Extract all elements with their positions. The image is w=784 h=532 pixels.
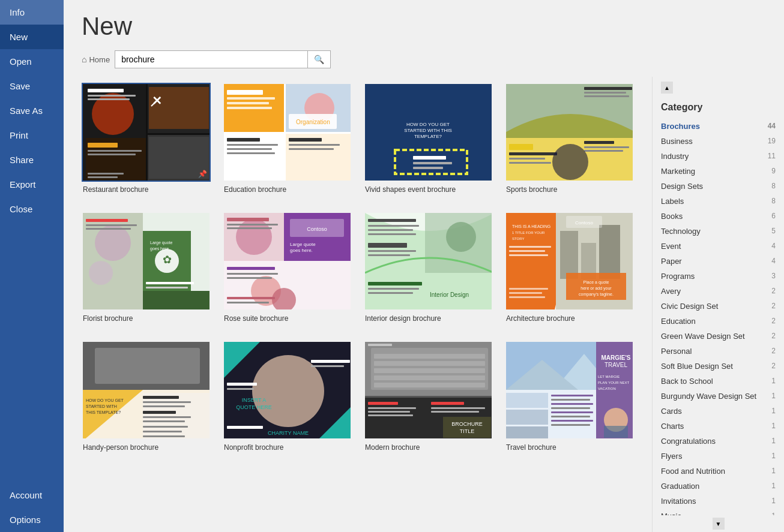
svg-rect-109: [368, 292, 413, 294]
svg-rect-191: [506, 410, 548, 425]
template-item-architecture[interactable]: Place a quote here or add your company's…: [505, 212, 634, 323]
svg-rect-75: [146, 287, 188, 288]
sidebar-item-print[interactable]: Print: [0, 123, 64, 148]
search-button[interactable]: 🔍: [307, 51, 330, 68]
home-icon: ⌂: [82, 55, 86, 64]
category-item-event[interactable]: Event4: [653, 239, 784, 254]
svg-rect-168: [374, 368, 485, 373]
sidebar-item-info[interactable]: Info: [0, 0, 64, 25]
template-item-education[interactable]: Organization Education brochure: [223, 83, 352, 194]
sidebar-item-close[interactable]: Close: [0, 197, 64, 221]
template-item-sports[interactable]: Sports brochure: [505, 83, 634, 194]
category-item-green-wave-design-set[interactable]: Green Wave Design Set2: [653, 329, 784, 344]
svg-text:LET MARGIE: LET MARGIE: [598, 375, 620, 378]
template-item-modern[interactable]: BROCHURE TITLE Modern brochure: [364, 341, 493, 452]
category-item-music[interactable]: Music1: [653, 509, 784, 515]
category-item-business[interactable]: Business19: [653, 134, 784, 149]
svg-text:Organization: Organization: [296, 119, 330, 125]
category-item-flyers[interactable]: Flyers1: [653, 449, 784, 464]
category-item-design-sets[interactable]: Design Sets8: [653, 179, 784, 194]
category-item-paper[interactable]: Paper4: [653, 254, 784, 269]
template-thumb-interior: Interior Design: [364, 212, 493, 311]
sidebar-item-export[interactable]: Export: [0, 172, 64, 197]
category-item-soft-blue-design-set[interactable]: Soft Blue Design Set2: [653, 359, 784, 374]
category-item-back-to-school[interactable]: Back to School1: [653, 374, 784, 389]
svg-rect-103: [368, 233, 416, 235]
template-item-handy[interactable]: HOW DO YOU GET STARTED WITH THIS TEMPLAT…: [82, 341, 211, 452]
svg-rect-129: [509, 296, 545, 298]
category-list: Brochures44Business19Industry11Marketing…: [653, 116, 784, 515]
svg-rect-107: [368, 282, 422, 285]
category-item-labels[interactable]: Labels8: [653, 194, 784, 209]
category-item-marketing[interactable]: Marketing9: [653, 164, 784, 179]
template-thumb-sports: [505, 83, 634, 182]
category-count: 2: [771, 332, 776, 341]
category-count: 2: [771, 302, 776, 311]
svg-rect-88: [227, 224, 278, 226]
category-item-civic-design-set[interactable]: Civic Design Set2: [653, 299, 784, 314]
category-item-food-and-nutrition[interactable]: Food and Nutrition1: [653, 464, 784, 479]
scroll-down-button[interactable]: ▼: [713, 518, 725, 530]
svg-rect-48: [413, 162, 452, 164]
category-item-books[interactable]: Books6: [653, 209, 784, 224]
sidebar-item-account[interactable]: Account: [0, 483, 64, 507]
category-item-avery[interactable]: Avery2: [653, 284, 784, 299]
svg-point-99: [446, 222, 476, 252]
svg-rect-198: [551, 416, 590, 417]
scroll-up-button[interactable]: ▲: [661, 82, 673, 94]
svg-text:1 TITLE FOR YOUR: 1 TITLE FOR YOUR: [512, 231, 545, 235]
svg-text:Place a quote: Place a quote: [583, 280, 609, 285]
template-label-travel: Travel brochure: [505, 443, 634, 452]
category-item-personal[interactable]: Personal2: [653, 344, 784, 359]
sidebar-item-new[interactable]: New: [0, 25, 64, 49]
svg-rect-114: [560, 231, 578, 279]
template-item-rose[interactable]: Contoso Large quote goes here.: [223, 212, 352, 323]
category-item-industry[interactable]: Industry11: [653, 149, 784, 164]
template-item-travel[interactable]: MARGIE'S TRAVEL: [505, 341, 634, 452]
category-item-congratulations[interactable]: Congratulations1: [653, 434, 784, 449]
category-item-invitations[interactable]: Invitations1: [653, 494, 784, 509]
svg-rect-146: [143, 426, 188, 428]
svg-text:TRAVEL: TRAVEL: [605, 362, 628, 368]
category-count: 6: [771, 212, 776, 221]
template-label-sports: Sports brochure: [505, 185, 634, 194]
template-item-nonprofit[interactable]: INSERT A QUOTE HERE CHARITY NAME Nonprof…: [223, 341, 352, 452]
svg-rect-55: [584, 95, 629, 97]
sidebar-item-share[interactable]: Share: [0, 148, 64, 172]
svg-rect-172: [368, 402, 398, 405]
sidebar-item-save-as[interactable]: Save As: [0, 98, 64, 123]
template-item-restaurant[interactable]: ✕ 📌 Restaurant brochure: [82, 83, 211, 194]
svg-text:goes here.: goes here.: [290, 248, 313, 253]
sidebar-item-open[interactable]: Open: [0, 49, 64, 74]
svg-rect-32: [227, 152, 275, 154]
svg-rect-56: [509, 144, 533, 150]
category-item-programs[interactable]: Programs3: [653, 269, 784, 284]
category-item-charts[interactable]: Charts1: [653, 419, 784, 434]
template-thumb-architecture: Place a quote here or add your company's…: [505, 212, 634, 311]
template-thumb-florist: ✿ Large quote goes here.: [82, 212, 211, 311]
svg-rect-60: [584, 141, 614, 144]
category-item-cards[interactable]: Cards1: [653, 404, 784, 419]
template-item-vivid[interactable]: HOW DO YOU GET STARTED WITH THIS TEMPLAT…: [364, 83, 493, 194]
category-item-graduation[interactable]: Graduation1: [653, 479, 784, 494]
svg-point-68: [95, 225, 131, 261]
category-item-brochures[interactable]: Brochures44: [653, 119, 784, 134]
svg-rect-13: [88, 154, 136, 155]
category-item-technology[interactable]: Technology5: [653, 224, 784, 239]
sidebar-item-save[interactable]: Save: [0, 74, 64, 98]
svg-rect-197: [551, 411, 593, 413]
template-item-florist[interactable]: ✿ Large quote goes here. Florist: [82, 212, 211, 323]
svg-rect-190: [506, 393, 548, 408]
template-item-interior[interactable]: Interior Design Interior design brochure: [364, 212, 493, 323]
sidebar: Info New Open Save Save As Print Share E…: [0, 0, 64, 532]
svg-rect-159: [227, 426, 263, 429]
content-area: ✕ 📌 Restaurant brochure: [64, 77, 784, 532]
svg-text:Contoso: Contoso: [575, 220, 593, 226]
search-input[interactable]: [115, 51, 307, 68]
svg-rect-177: [431, 407, 485, 409]
template-thumb-vivid: HOW DO YOU GET STARTED WITH THIS TEMPLAT…: [364, 83, 493, 182]
home-link[interactable]: ⌂ Home: [82, 55, 110, 64]
category-item-burgundy-wave-design-set[interactable]: Burgundy Wave Design Set1: [653, 389, 784, 404]
category-item-education[interactable]: Education2: [653, 314, 784, 329]
sidebar-item-options[interactable]: Options: [0, 507, 64, 532]
